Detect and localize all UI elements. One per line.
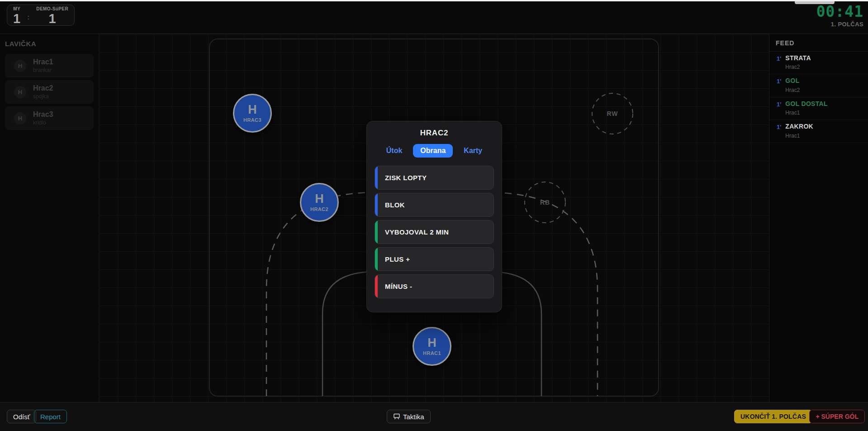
feed-event: STRATA	[785, 55, 811, 62]
exit-button[interactable]: Odísť	[7, 410, 36, 423]
bench-player-name: Hrac3	[33, 110, 53, 119]
feed-minute: 1'	[777, 55, 781, 70]
bench-title: LAVIČKA	[5, 40, 94, 48]
home-score: 1	[13, 12, 20, 25]
player-avatar: H	[14, 86, 26, 98]
action-label: PLUS +	[385, 255, 410, 263]
position-slot-rb[interactable]	[525, 182, 565, 223]
feed-item-zakrok: 1' ZAKROK Hrac1	[769, 120, 868, 143]
action-label: BLOK	[385, 201, 405, 209]
action-blok-button[interactable]: BLOK	[375, 193, 494, 217]
action-color-stripe	[375, 220, 378, 244]
player-name: HRAC2	[310, 206, 328, 212]
action-label: MÍNUS -	[385, 283, 412, 290]
action-color-stripe	[375, 166, 378, 189]
feed-event: GOL DOSTAL	[785, 101, 827, 107]
scoreboard-away: DEMO-SúPER 1	[36, 7, 68, 25]
report-button[interactable]: Report	[34, 410, 67, 423]
feed-event: GOL	[785, 77, 800, 84]
court-player-hrac3[interactable]: H HRAC3	[233, 94, 272, 133]
bench-player-hrac3[interactable]: H Hrac3 kridlo	[5, 106, 94, 130]
away-team-label: DEMO-SúPER	[36, 7, 68, 11]
action-color-stripe	[375, 275, 378, 298]
bench-player-hrac1[interactable]: H Hrac1 brankar	[5, 54, 94, 77]
player-avatar: H	[14, 112, 26, 125]
feed-minute: 1'	[777, 101, 781, 116]
tactics-button[interactable]: Taktika	[387, 410, 431, 423]
player-action-modal: HRAC2 Útok Obrana Karty ZISK LOPTY BLOK …	[366, 121, 502, 312]
bench-player-position: spojka	[33, 93, 53, 100]
tab-utok[interactable]: Útok	[386, 147, 403, 155]
action-plus-button[interactable]: PLUS +	[375, 247, 494, 271]
match-clock: 00:41 1. POLČAS	[816, 4, 863, 28]
feed-item-gol: 1' GOL Hrac2	[769, 74, 868, 97]
feed-title: FEED	[769, 34, 868, 52]
player-avatar: H	[14, 60, 26, 72]
player-initial: H	[315, 193, 324, 205]
bench-player-name: Hrac2	[33, 84, 53, 92]
player-name: HRAC3	[243, 117, 261, 123]
action-color-stripe	[375, 193, 378, 216]
modal-tabs: Útok Obrana Karty	[375, 144, 494, 158]
away-score: 1	[49, 12, 56, 25]
player-initial: H	[427, 337, 436, 349]
court-player-hrac1[interactable]: H HRAC1	[413, 327, 451, 366]
feed-item-strata: 1' STRATA Hrac2	[769, 52, 868, 74]
action-color-stripe	[375, 248, 378, 271]
player-name: HRAC1	[423, 350, 441, 356]
action-minus-button[interactable]: MÍNUS -	[375, 274, 494, 298]
action-label: ZISK LOPTY	[385, 174, 427, 182]
clock-time: 00:41	[816, 4, 863, 19]
action-vybojoval-2-min-button[interactable]: VYBOJOVAL 2 MIN	[375, 220, 494, 244]
score-separator: :	[27, 13, 29, 21]
end-half-button[interactable]: UKONČIŤ 1. POLČAS	[734, 410, 812, 423]
bench-player-name: Hrac1	[33, 58, 53, 66]
feed-event: ZAKROK	[785, 123, 813, 130]
home-team-label: MY	[13, 7, 20, 11]
bench-sidebar: LAVIČKA H Hrac1 brankar H Hrac2 spojka H…	[0, 34, 99, 402]
bench-player-position: kridlo	[33, 120, 53, 126]
feed-player: Hrac1	[785, 110, 827, 116]
opponent-goal-button[interactable]: + SÚPER GÓL	[809, 410, 865, 423]
position-slot-rw[interactable]	[592, 93, 633, 134]
browser-drag-handle	[795, 1, 835, 4]
tab-karty[interactable]: Karty	[464, 147, 482, 155]
feed-player: Hrac2	[785, 87, 800, 93]
player-initial: H	[248, 104, 257, 116]
feed-player: Hrac1	[785, 133, 813, 139]
tactics-board-icon	[393, 413, 400, 420]
court-player-hrac2[interactable]: H HRAC2	[300, 183, 339, 222]
feed-minute: 1'	[777, 77, 781, 93]
bench-player-hrac2[interactable]: H Hrac2 spojka	[5, 80, 94, 104]
bench-player-position: brankar	[33, 67, 53, 73]
app-root: MY 1 : DEMO-SúPER 1 00:41 1. POLČAS LAVI…	[0, 0, 868, 431]
bottom-bar: Odísť Report Taktika UKONČIŤ 1. POLČAS +…	[0, 402, 868, 431]
feed-item-gol-dostal: 1' GOL DOSTAL Hrac1	[769, 97, 868, 120]
modal-action-list: ZISK LOPTY BLOK VYBOJOVAL 2 MIN PLUS + M…	[375, 166, 494, 298]
feed-minute: 1'	[777, 123, 781, 139]
modal-title: HRAC2	[375, 129, 494, 138]
scoreboard: MY 1 : DEMO-SúPER 1	[7, 5, 75, 26]
scoreboard-home: MY 1	[13, 7, 20, 25]
action-zisk-lopty-button[interactable]: ZISK LOPTY	[375, 166, 494, 190]
court-area: RW RB H HRAC3 H HRAC2 H HRAC1 HRAC2 Útok…	[100, 34, 769, 402]
tactics-label: Taktika	[403, 413, 424, 421]
browser-top-strip	[0, 0, 868, 1]
feed-player: Hrac2	[785, 64, 811, 70]
action-label: VYBOJOVAL 2 MIN	[385, 228, 449, 236]
clock-period: 1. POLČAS	[816, 21, 863, 28]
tab-obrana[interactable]: Obrana	[413, 144, 453, 158]
feed-sidebar: FEED 1' STRATA Hrac2 1' GOL Hrac2 1' GOL…	[769, 34, 868, 402]
top-bar: MY 1 : DEMO-SúPER 1 00:41 1. POLČAS	[0, 0, 868, 34]
